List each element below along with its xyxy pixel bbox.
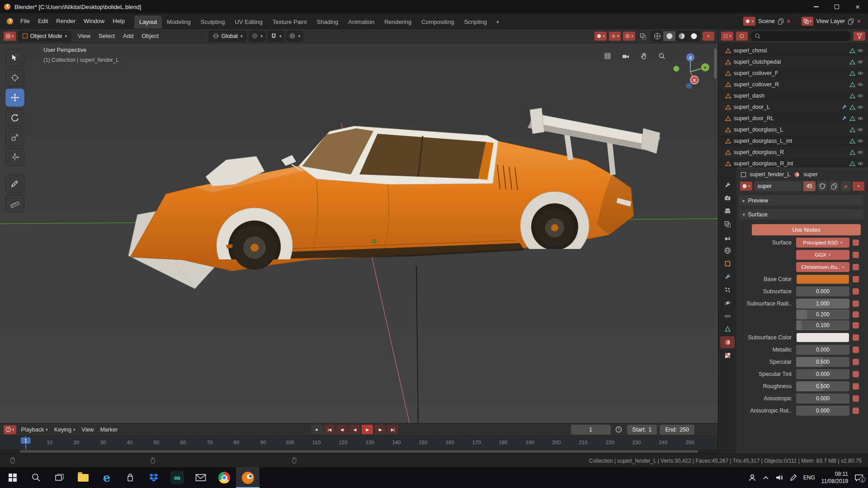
- menu-file[interactable]: File: [16, 16, 34, 26]
- menu-help[interactable]: Help: [108, 16, 129, 26]
- jump-start-button[interactable]: |◀: [324, 425, 335, 434]
- outliner-item[interactable]: superl_dash: [718, 90, 868, 101]
- timeline-scrollbar[interactable]: [0, 449, 718, 454]
- animate-property-button[interactable]: [853, 322, 859, 328]
- animate-property-button[interactable]: [853, 383, 859, 389]
- material-name-field[interactable]: super: [754, 181, 802, 191]
- hide-toggle-eye-icon[interactable]: [856, 127, 864, 132]
- cursor-tool[interactable]: [5, 69, 24, 87]
- tab-texture[interactable]: [720, 349, 735, 361]
- snap-toggle-dropdown[interactable]: ▾: [268, 31, 284, 42]
- gizmo-neg-z-axis[interactable]: [686, 83, 692, 89]
- close-button[interactable]: ×: [847, 0, 868, 14]
- outliner-editor-type-button[interactable]: ▾: [721, 32, 733, 41]
- hide-toggle-eye-icon[interactable]: [856, 60, 864, 64]
- language-indicator[interactable]: ENG: [803, 474, 815, 481]
- tab-material[interactable]: [720, 336, 735, 348]
- prop-slider-roughness[interactable]: 0.500: [796, 381, 849, 391]
- current-frame-field[interactable]: 1: [571, 425, 611, 435]
- visibility-dropdown[interactable]: ▾: [594, 32, 607, 41]
- prop-slider-subsurface-radi-1[interactable]: 0.200: [796, 310, 849, 319]
- tab-add-workspace[interactable]: +: [492, 15, 504, 28]
- next-keyframe-button[interactable]: •▶: [374, 425, 386, 434]
- tab-view-layer[interactable]: [720, 218, 735, 230]
- tab-physics[interactable]: [720, 297, 735, 309]
- animate-property-button[interactable]: [853, 395, 859, 402]
- outliner-item[interactable]: superl_doorglass_R: [718, 146, 868, 158]
- remove-view-layer-button[interactable]: ×: [857, 18, 861, 24]
- unlink-scene-button[interactable]: ×: [787, 18, 791, 24]
- shading-solid-button[interactable]: [663, 31, 675, 41]
- tab-world[interactable]: [720, 244, 735, 257]
- menu-edit[interactable]: Edit: [34, 16, 52, 26]
- hide-toggle-eye-icon[interactable]: [856, 150, 864, 155]
- shading-wireframe-button[interactable]: [651, 31, 663, 41]
- prop-slider-subsurface[interactable]: 0.000: [796, 286, 849, 296]
- rotate-tool[interactable]: [5, 108, 24, 127]
- prop-menu-ggx[interactable]: GGX▾: [796, 250, 849, 260]
- animate-property-button[interactable]: [853, 239, 859, 246]
- move-tool[interactable]: [5, 89, 24, 107]
- viewport-menu-object[interactable]: Object: [137, 31, 163, 41]
- hide-toggle-eye-icon[interactable]: [856, 161, 864, 166]
- outliner-search-input[interactable]: [750, 31, 851, 41]
- viewport-scrollbar[interactable]: [714, 49, 717, 79]
- prop-slider-specular[interactable]: 0.500: [796, 357, 849, 367]
- pan-view-button[interactable]: [638, 51, 649, 61]
- gizmos-dropdown[interactable]: ▾: [609, 32, 621, 41]
- prop-slider-subsurface-radi-2[interactable]: 0.100: [796, 320, 849, 330]
- tab-layout[interactable]: Layout: [134, 15, 162, 28]
- shading-material-button[interactable]: [675, 31, 688, 41]
- tab-scene[interactable]: [720, 231, 735, 244]
- file-explorer-button[interactable]: [71, 467, 95, 488]
- infinity-app-button[interactable]: ∞: [165, 467, 189, 488]
- jump-end-button[interactable]: ▶|: [387, 425, 398, 434]
- transform-orientation-dropdown[interactable]: Global ▾: [209, 31, 247, 42]
- hide-toggle-eye-icon[interactable]: [856, 116, 864, 121]
- view-layer-selector[interactable]: ▾ View Layer ×: [802, 17, 861, 26]
- tab-modifiers[interactable]: [720, 271, 735, 283]
- viewport-menu-add[interactable]: Add: [119, 31, 137, 41]
- viewport-editor-type-button[interactable]: ▾: [4, 32, 16, 41]
- action-center-button[interactable]: 1: [854, 474, 863, 482]
- animate-property-button[interactable]: [853, 311, 859, 318]
- timeline-ruler[interactable]: 1 10203040506070809010011012013014015016…: [0, 436, 718, 449]
- viewport-menu-view[interactable]: View: [74, 31, 94, 41]
- task-view-button[interactable]: [48, 467, 71, 488]
- prop-menu-principled-bsd[interactable]: Principled BSD▾: [796, 238, 849, 248]
- outliner-item[interactable]: superl_clutchpedal: [718, 56, 868, 67]
- animate-property-button[interactable]: [853, 276, 859, 282]
- navigation-gizmo[interactable]: Z Y X: [671, 52, 710, 90]
- outliner-item[interactable]: superl_doorglass_L: [718, 124, 868, 135]
- tab-tool[interactable]: [720, 179, 735, 191]
- tab-output[interactable]: [720, 205, 735, 217]
- end-frame-field[interactable]: End: 250: [660, 425, 694, 435]
- store-button[interactable]: [118, 467, 142, 488]
- select-box-tool[interactable]: [5, 49, 24, 67]
- hide-toggle-eye-icon[interactable]: [856, 139, 864, 143]
- animate-property-button[interactable]: [853, 300, 859, 307]
- tab-texture-paint[interactable]: Texture Paint: [268, 15, 312, 28]
- filter-button[interactable]: [854, 32, 865, 41]
- use-preview-range-button[interactable]: [613, 426, 624, 433]
- breadcrumb-material[interactable]: super: [803, 171, 817, 178]
- tab-animation[interactable]: Animation: [343, 15, 379, 28]
- auto-keying-button[interactable]: ●: [311, 425, 322, 434]
- timeline-menu-playback[interactable]: Playback▾: [18, 425, 51, 434]
- people-button[interactable]: [748, 474, 756, 482]
- animate-property-button[interactable]: [853, 371, 859, 377]
- animate-property-button[interactable]: [853, 252, 859, 258]
- prop-slider-anisotropic[interactable]: 0.000: [796, 394, 849, 404]
- viewport-menu-select[interactable]: Select: [94, 31, 119, 41]
- start-frame-field[interactable]: Start: 1: [627, 425, 657, 435]
- ink-workspace-button[interactable]: [790, 474, 797, 481]
- chrome-button[interactable]: [212, 467, 236, 488]
- blender-taskbar-button[interactable]: [236, 467, 259, 488]
- scene-selector[interactable]: ▾ Scene ×: [743, 17, 790, 26]
- copy-material-button[interactable]: [829, 181, 839, 191]
- outliner-item[interactable]: superl_doorglass_R_int: [718, 158, 868, 167]
- tab-sculpting[interactable]: Sculpting: [196, 15, 230, 28]
- tab-modeling[interactable]: Modeling: [162, 15, 196, 28]
- mode-dropdown[interactable]: Object Mode ▾: [19, 31, 71, 42]
- tab-constraints[interactable]: [720, 310, 735, 322]
